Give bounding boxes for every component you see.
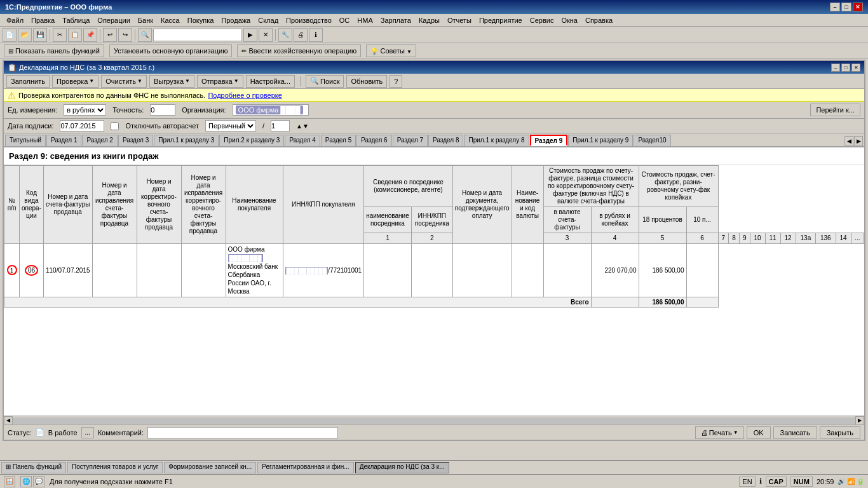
- menu-table[interactable]: Таблица: [58, 15, 93, 25]
- undo-btn[interactable]: ↩: [103, 28, 117, 42]
- num-spinner[interactable]: ▲▼: [296, 123, 309, 130]
- check-btn[interactable]: Проверка ▼: [52, 75, 98, 88]
- enter-op-btn[interactable]: ✏ Ввести хозяйственную операцию: [237, 44, 361, 57]
- doc-maximize-btn[interactable]: □: [841, 64, 850, 72]
- tab-sec3[interactable]: Раздел 3: [118, 135, 153, 146]
- quick-skype[interactable]: 💬: [33, 476, 44, 487]
- menu-bank[interactable]: Банк: [134, 15, 157, 25]
- filter-btn[interactable]: 🔧: [278, 28, 292, 42]
- h-scrollbar[interactable]: ◀ ▶: [4, 416, 864, 424]
- menu-cash[interactable]: Касса: [157, 15, 184, 25]
- refresh-btn[interactable]: Обновить: [346, 75, 387, 88]
- clear-btn[interactable]: Очистить ▼: [101, 75, 147, 88]
- close-btn[interactable]: ✕: [853, 3, 863, 11]
- search-field[interactable]: [153, 29, 242, 41]
- tab-sec8[interactable]: Раздел 8: [428, 135, 463, 146]
- copy-btn[interactable]: 📋: [68, 28, 82, 42]
- taskbar-declaration[interactable]: Декларация по НДС (за 3 к...: [355, 462, 449, 473]
- save-toolbar-btn[interactable]: 💾: [33, 28, 47, 42]
- tab-sec1[interactable]: Раздел 1: [46, 135, 81, 146]
- ok-btn[interactable]: OK: [747, 426, 771, 439]
- tab-sec4[interactable]: Раздел 4: [285, 135, 320, 146]
- tab-sec9[interactable]: Раздел 9: [530, 135, 568, 146]
- menu-reports[interactable]: Отчеты: [444, 15, 475, 25]
- menu-salary[interactable]: Зарплата: [377, 15, 415, 25]
- menu-operations[interactable]: Операции: [93, 15, 133, 25]
- menu-enterprise[interactable]: Предприятие: [475, 15, 526, 25]
- minimize-btn[interactable]: –: [830, 3, 840, 11]
- menu-purchase[interactable]: Покупка: [184, 15, 218, 25]
- menu-windows[interactable]: Окна: [557, 15, 581, 25]
- measure-select[interactable]: в рублях: [64, 104, 106, 116]
- print-btn[interactable]: 🖨 Печать ▼: [695, 426, 744, 439]
- table-container[interactable]: № п/п Код вида опера-ции Номер и дата сч…: [4, 165, 864, 416]
- menu-os[interactable]: ОС: [336, 15, 354, 25]
- clear-search-btn[interactable]: ✕: [259, 28, 273, 42]
- goto-btn[interactable]: Перейти к...: [810, 104, 860, 116]
- menu-nma[interactable]: НМА: [353, 15, 376, 25]
- taskbar-regulated[interactable]: Регламентированная и фин...: [257, 462, 353, 473]
- tab-sec5[interactable]: Раздел 5: [321, 135, 356, 146]
- org-value[interactable]: ООО фирма ████: [233, 104, 309, 116]
- tab-sec2[interactable]: Раздел 2: [82, 135, 117, 146]
- first-select[interactable]: Первичный: [205, 120, 256, 132]
- tab-app1-8[interactable]: Прил.1 к разделу 8: [464, 135, 529, 146]
- tab-sec7[interactable]: Раздел 7: [393, 135, 428, 146]
- menu-staff[interactable]: Кадры: [415, 15, 444, 25]
- comment-input[interactable]: [147, 427, 338, 438]
- scroll-right-btn[interactable]: ▶: [855, 416, 864, 425]
- export-btn[interactable]: Выгрузка ▼: [149, 75, 194, 88]
- taskbar-receipts[interactable]: Поступления товаров и услуг: [67, 462, 163, 473]
- doc-close-btn[interactable]: Закрыть: [820, 426, 860, 439]
- send-btn[interactable]: Отправка ▼: [197, 75, 243, 88]
- tabs-next-btn[interactable]: ▶: [854, 136, 863, 146]
- menu-production[interactable]: Производство: [282, 15, 336, 25]
- redo-btn[interactable]: ↪: [118, 28, 132, 42]
- autorecalc-checkbox[interactable]: [111, 122, 119, 130]
- precision-input[interactable]: [150, 104, 175, 116]
- search-go-btn[interactable]: ▶: [243, 28, 257, 42]
- set-org-btn[interactable]: Установить основную организацию: [109, 44, 233, 57]
- doc-minimize-btn[interactable]: –: [831, 64, 840, 72]
- menu-file[interactable]: Файл: [3, 15, 27, 25]
- paste-btn[interactable]: 📌: [83, 28, 97, 42]
- print-toolbar-btn[interactable]: 🖨: [294, 28, 308, 42]
- settings-btn[interactable]: Настройка...: [246, 75, 295, 88]
- menu-edit[interactable]: Правка: [27, 15, 58, 25]
- menu-warehouse[interactable]: Склад: [254, 15, 282, 25]
- open-btn[interactable]: 📂: [18, 28, 32, 42]
- tabs-prev-btn[interactable]: ◀: [844, 136, 853, 146]
- num-input[interactable]: [271, 120, 290, 132]
- tab-app1-9[interactable]: Прил.1 к разделу 9: [568, 135, 633, 146]
- menu-help[interactable]: Справка: [581, 15, 616, 25]
- scroll-left-btn[interactable]: ◀: [4, 416, 13, 425]
- cut-btn[interactable]: ✂: [53, 28, 67, 42]
- tab-sec10[interactable]: Раздел10: [634, 135, 670, 146]
- maximize-btn[interactable]: □: [841, 3, 851, 11]
- new-btn[interactable]: 📄: [3, 28, 17, 42]
- tab-sec6[interactable]: Раздел 6: [356, 135, 391, 146]
- taskbar-panel[interactable]: ⊞ Панель функций: [1, 462, 66, 473]
- info-btn[interactable]: ℹ: [309, 28, 323, 42]
- save-btn[interactable]: Записать: [773, 426, 817, 439]
- tips-btn[interactable]: 💡 Советы ▼: [366, 44, 416, 57]
- help-doc-btn[interactable]: ?: [390, 75, 402, 88]
- fill-btn[interactable]: Заполнить: [6, 75, 50, 88]
- tab-title[interactable]: Титульный: [5, 135, 46, 146]
- doc-close-btn[interactable]: ✕: [851, 64, 860, 72]
- menu-sales[interactable]: Продажа: [217, 15, 254, 25]
- tab-app2-3[interactable]: Прил.2 к разделу 3: [219, 135, 284, 146]
- menu-service[interactable]: Сервис: [526, 15, 558, 25]
- search-doc-btn[interactable]: 🔍 Поиск: [306, 75, 344, 88]
- scroll-track[interactable]: [13, 417, 855, 424]
- language-indicator[interactable]: EN: [739, 477, 755, 487]
- warning-link[interactable]: Подробнее о проверке: [208, 92, 281, 99]
- show-panel-btn[interactable]: ⊞ Показать панель функций: [4, 44, 104, 57]
- tab-app1-3[interactable]: Прил.1 к разделу 3: [154, 135, 219, 146]
- taskbar-records[interactable]: Формирование записей кн...: [164, 462, 256, 473]
- search-toolbar-btn[interactable]: 🔍: [138, 28, 152, 42]
- start-btn[interactable]: 🪟: [4, 476, 15, 487]
- quick-ie[interactable]: 🌐: [20, 476, 32, 487]
- date-input[interactable]: [60, 120, 104, 132]
- status-more-btn[interactable]: ...: [81, 427, 94, 438]
